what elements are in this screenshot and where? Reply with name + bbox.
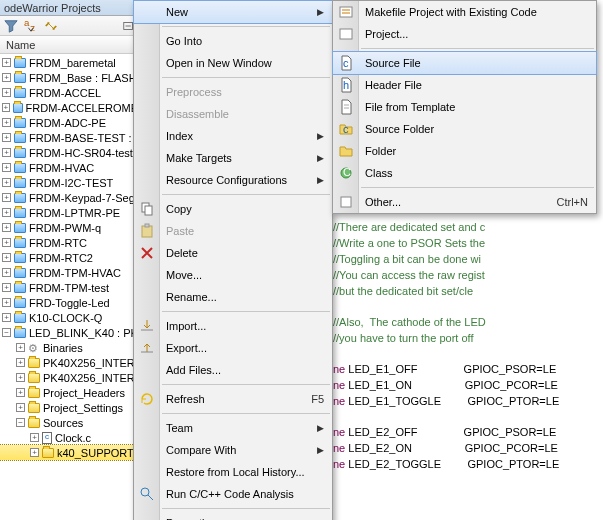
expander-icon[interactable] (2, 313, 11, 322)
svg-rect-15 (341, 197, 351, 207)
expander-icon[interactable] (16, 388, 25, 397)
menu-team[interactable]: Team▶ (134, 417, 332, 439)
menu-open-new-window[interactable]: Open in New Window (134, 52, 332, 74)
folder-icon (28, 403, 40, 413)
folder-icon (28, 358, 40, 368)
chevron-right-icon: ▶ (317, 153, 324, 163)
project-icon (14, 223, 26, 233)
menu-add-files[interactable]: Add Files... (134, 359, 332, 381)
submenu-folder[interactable]: Folder (333, 140, 596, 162)
submenu-other[interactable]: Other...Ctrl+N (333, 191, 596, 213)
menu-copy[interactable]: Copy (134, 198, 332, 220)
tree-item-label: FRDM-TPM-test (29, 282, 109, 294)
expander-icon[interactable] (2, 298, 11, 307)
menu-run-analysis[interactable]: Run C/C++ Code Analysis (134, 483, 332, 505)
new-submenu: Makefile Project with Existing Code Proj… (332, 0, 597, 214)
tree-item-label: Binaries (43, 342, 83, 354)
tree-item-label: Project_Settings (43, 402, 123, 414)
menu-restore-history[interactable]: Restore from Local History... (134, 461, 332, 483)
project-icon (14, 148, 26, 158)
expander-icon[interactable] (16, 343, 25, 352)
expander-icon[interactable] (2, 283, 11, 292)
svg-text:h: h (343, 79, 349, 91)
tree-item-label: K10-CLOCK-Q (29, 312, 102, 324)
binaries-icon: ⚙ (28, 342, 40, 354)
tree-item-label: FRDM-TPM-HVAC (29, 267, 121, 279)
menu-new[interactable]: New▶ (134, 1, 332, 23)
expander-icon[interactable] (30, 433, 39, 442)
folder-icon (28, 418, 40, 428)
expander-icon[interactable] (2, 118, 11, 127)
submenu-source-folder[interactable]: cSource Folder (333, 118, 596, 140)
expander-icon[interactable] (30, 448, 39, 457)
folder-icon (338, 143, 354, 159)
tree-item-label: FRDM-ACCEL (29, 87, 101, 99)
expander-icon[interactable] (2, 178, 11, 187)
expander-icon[interactable] (2, 88, 11, 97)
submenu-project[interactable]: Project... (333, 23, 596, 45)
expander-icon[interactable] (2, 328, 11, 337)
tree-item-label: Clock.c (55, 432, 91, 444)
expander-icon[interactable] (2, 223, 11, 232)
menu-delete[interactable]: Delete (134, 242, 332, 264)
expander-icon[interactable] (16, 418, 25, 427)
svg-rect-6 (145, 224, 149, 227)
expander-icon[interactable] (2, 193, 11, 202)
code-line: //Write a one to PSOR Sets the (333, 237, 488, 249)
menu-refresh[interactable]: RefreshF5 (134, 388, 332, 410)
svg-text:a: a (24, 19, 30, 28)
project-icon (14, 178, 26, 188)
menu-properties[interactable]: Properties (134, 512, 332, 520)
menu-rename[interactable]: Rename... (134, 286, 332, 308)
expander-icon[interactable] (16, 373, 25, 382)
expander-icon[interactable] (2, 133, 11, 142)
import-icon (139, 318, 155, 334)
code-editor[interactable]: //There are dedicated set and c //Write … (333, 205, 603, 473)
menu-index[interactable]: Index▶ (134, 125, 332, 147)
header-file-icon: h (338, 77, 354, 93)
project-icon (14, 238, 26, 248)
makefile-icon (338, 4, 354, 20)
submenu-source-file[interactable]: cSource File (333, 52, 596, 74)
tree-item-label: Project_Headers (43, 387, 125, 399)
tree-item-label: FRDM-I2C-TEST (29, 177, 113, 189)
sort-az-icon[interactable]: az (24, 19, 38, 33)
submenu-file-from-template[interactable]: File from Template (333, 96, 596, 118)
menu-paste: Paste (134, 220, 332, 242)
expander-icon[interactable] (2, 103, 10, 112)
expander-icon[interactable] (2, 238, 11, 247)
refresh-icon (139, 391, 155, 407)
expander-icon[interactable] (16, 358, 25, 367)
expander-icon[interactable] (2, 148, 11, 157)
tree-item-label: FRDM_Base : FLASH (29, 72, 137, 84)
context-menu: New▶ Go Into Open in New Window Preproce… (133, 0, 333, 520)
submenu-makefile-project[interactable]: Makefile Project with Existing Code (333, 1, 596, 23)
svg-rect-5 (142, 226, 152, 237)
menu-move[interactable]: Move... (134, 264, 332, 286)
menu-make-targets[interactable]: Make Targets▶ (134, 147, 332, 169)
filter-icon[interactable] (4, 19, 18, 33)
folder-icon (28, 373, 40, 383)
expander-icon[interactable] (2, 268, 11, 277)
menu-export[interactable]: Export... (134, 337, 332, 359)
tree-item-label: FRDM-RTC2 (29, 252, 93, 264)
expander-icon[interactable] (2, 58, 11, 67)
expander-icon[interactable] (2, 163, 11, 172)
menu-resource-configs[interactable]: Resource Configurations▶ (134, 169, 332, 191)
tree-item-label: FRDM_baremetal (29, 57, 116, 69)
project-icon (14, 73, 26, 83)
submenu-header-file[interactable]: hHeader File (333, 74, 596, 96)
expander-icon[interactable] (2, 208, 11, 217)
svg-rect-8 (340, 7, 352, 17)
menu-compare-with[interactable]: Compare With▶ (134, 439, 332, 461)
project-icon (14, 133, 26, 143)
expander-icon[interactable] (16, 403, 25, 412)
submenu-class[interactable]: CClass (333, 162, 596, 184)
menu-import[interactable]: Import... (134, 315, 332, 337)
expander-icon[interactable] (2, 253, 11, 262)
menu-go-into[interactable]: Go Into (134, 30, 332, 52)
expander-icon[interactable] (2, 73, 11, 82)
folder-icon (42, 448, 54, 458)
link-editor-icon[interactable] (44, 19, 58, 33)
tree-item-label: FRDM-LPTMR-PE (29, 207, 120, 219)
